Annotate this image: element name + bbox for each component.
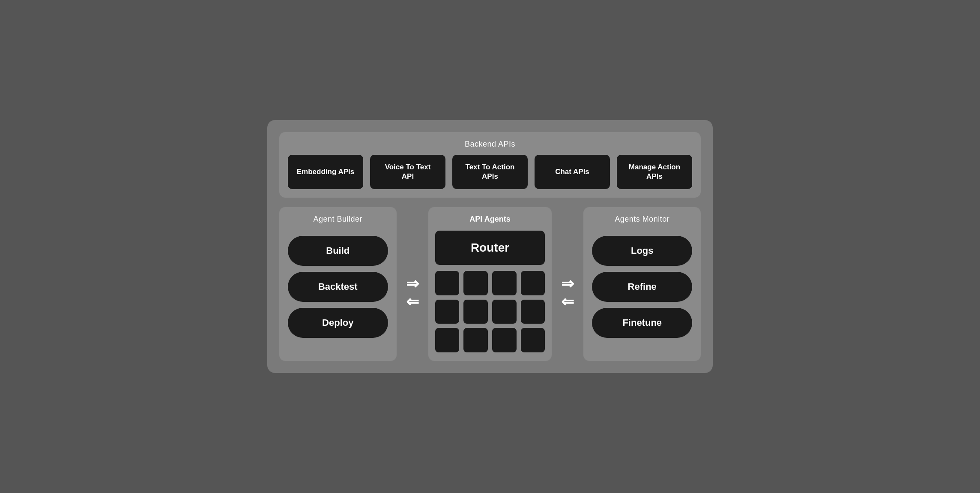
arrow-right-2: ⇒ [561, 276, 574, 292]
double-arrow-2: ⇒ ⇐ [561, 276, 574, 310]
api-agents-section: API Agents Router [428, 207, 552, 361]
api-agents-title: API Agents [435, 215, 545, 224]
builder-card: Build [288, 236, 388, 266]
agent-cell [492, 300, 517, 324]
left-right-arrow-2: ⇒ ⇐ [559, 207, 576, 361]
agents-monitor-title: Agents Monitor [592, 215, 692, 224]
agent-cell [435, 328, 460, 352]
arrow-left-1: ⇐ [406, 294, 419, 310]
agent-grid [435, 271, 545, 352]
arrow-right-1: ⇒ [406, 276, 419, 292]
agent-builder-section: Agent Builder BuildBacktestDeploy [279, 207, 397, 361]
backend-api-card: Chat APIs [535, 155, 610, 189]
monitor-card: Finetune [592, 308, 692, 338]
agent-cell [492, 328, 517, 352]
agent-cell [435, 271, 460, 295]
agents-monitor-section: Agents Monitor LogsRefineFinetune [583, 207, 701, 361]
left-right-arrow-1: ⇒ ⇐ [404, 207, 421, 361]
agent-cell [521, 300, 545, 324]
backend-api-card: Embedding APIs [288, 155, 363, 189]
main-container: Backend APIs Embedding APIsVoice To Text… [267, 120, 713, 373]
builder-card: Deploy [288, 308, 388, 338]
double-arrow-1: ⇒ ⇐ [406, 276, 419, 310]
bottom-row: Agent Builder BuildBacktestDeploy ⇒ ⇐ AP… [279, 207, 701, 361]
backend-apis-grid: Embedding APIsVoice To Text APIText To A… [288, 155, 692, 189]
builder-card: Backtest [288, 272, 388, 302]
agent-cell [521, 328, 545, 352]
backend-api-card: Text To Action APIs [452, 155, 528, 189]
agent-cell [463, 300, 488, 324]
monitor-card: Refine [592, 272, 692, 302]
arrow-left-2: ⇐ [561, 294, 574, 310]
backend-api-card: Manage Action APIs [617, 155, 692, 189]
router-card: Router [435, 231, 545, 265]
builder-cards: BuildBacktestDeploy [288, 236, 388, 338]
agent-cell [463, 328, 488, 352]
agent-cell [521, 271, 545, 295]
monitor-cards: LogsRefineFinetune [592, 236, 692, 338]
agent-cell [435, 300, 460, 324]
backend-api-card: Voice To Text API [370, 155, 445, 189]
agent-builder-title: Agent Builder [288, 215, 388, 224]
agent-cell [463, 271, 488, 295]
backend-apis-section: Backend APIs Embedding APIsVoice To Text… [279, 132, 701, 198]
agent-cell [492, 271, 517, 295]
backend-apis-title: Backend APIs [288, 140, 692, 149]
monitor-card: Logs [592, 236, 692, 266]
